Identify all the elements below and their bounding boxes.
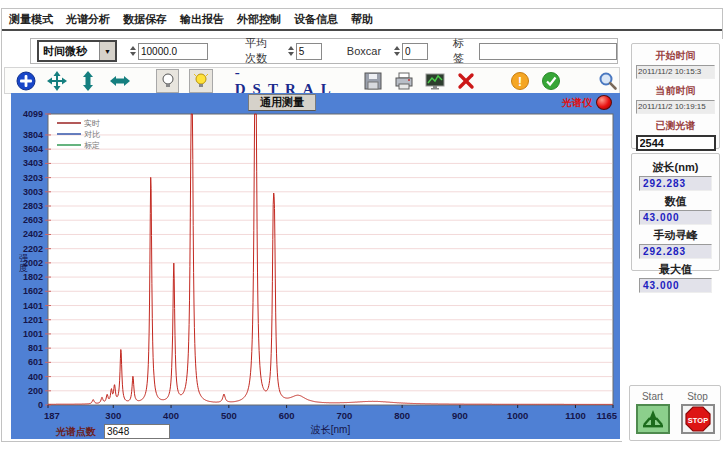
points-row: 光谱点数 (56, 424, 170, 439)
x-tick-label: 800 (394, 410, 410, 421)
menu-item-3[interactable]: 输出报告 (180, 12, 224, 27)
menu-item-2[interactable]: 数据保存 (123, 12, 167, 27)
time-info-panel: 开始时间 2011/11/2 10:15:3 当前时间 2011/11/2 10… (631, 43, 720, 149)
ok-button[interactable] (540, 70, 561, 92)
pan-icon (47, 71, 67, 91)
menu-item-1[interactable]: 光谱分析 (66, 12, 110, 27)
points-input[interactable] (104, 424, 170, 439)
y-tick-label: 2803 (23, 201, 43, 211)
current-time-value: 2011/11/2 10:19:15 (636, 100, 715, 114)
delete-button[interactable] (456, 70, 477, 92)
zoom-in-icon (16, 71, 36, 91)
average-stepper[interactable] (286, 43, 296, 59)
x-axis-title: 波长[nm] (310, 424, 351, 435)
y-axis-title-char: 度 (19, 263, 28, 273)
start-button[interactable] (636, 404, 670, 434)
tag-label: 标签 (453, 36, 468, 66)
y-tick-label: 0 (38, 400, 43, 410)
y-tick-label: 1602 (23, 286, 43, 296)
status-led-icon (596, 95, 612, 110)
search-icon (598, 71, 618, 91)
y-axis-title-char: 强 (19, 253, 28, 263)
search-button[interactable] (598, 70, 619, 92)
svg-text:STOP: STOP (687, 416, 707, 425)
chevron-down-icon[interactable]: ▼ (99, 42, 115, 60)
lamp-on-button[interactable] (189, 69, 212, 93)
x-tick-label: 1000 (507, 410, 528, 421)
x-tick-label: 500 (221, 410, 237, 421)
lamp-on-icon (192, 72, 210, 90)
vertical-scale-button[interactable] (78, 70, 99, 92)
wavelength-value: 292.283 (639, 176, 712, 191)
tab-general-measure[interactable]: 通用测量 (248, 94, 316, 111)
x-tick-label: 900 (452, 410, 468, 421)
y-tick-label: 2603 (23, 215, 43, 225)
spectrum-display-icon (425, 71, 445, 91)
x-tick-label: 187 (44, 410, 60, 421)
menu-bar: 测量模式光谱分析数据保存输出报告外部控制设备信息帮助 (2, 9, 722, 31)
svg-text:!: ! (518, 74, 522, 88)
spectrometer-status-text: 光谱仪 (562, 96, 592, 110)
integration-time-stepper[interactable] (128, 43, 138, 59)
save-icon (363, 71, 383, 91)
chart-titlebar: 通用测量 光谱仪 (11, 93, 620, 111)
spectrum-plot[interactable]: 0200400601801100112011401160218022002220… (11, 111, 620, 439)
save-button[interactable] (362, 70, 383, 92)
y-tick-label: 3804 (23, 130, 43, 140)
y-tick-label: 1802 (23, 272, 43, 282)
start-time-label: 开始时间 (656, 49, 696, 63)
acquisition-controls: 时间微秒 ▼ 平均次数 Boxcar 标签 (30, 38, 618, 64)
menu-item-6[interactable]: 帮助 (351, 12, 373, 27)
manual-peak-label: 手动寻峰 (654, 228, 698, 243)
max-value-value: 43.000 (639, 278, 712, 293)
y-tick-label: 601 (28, 357, 43, 367)
current-time-label: 当前时间 (656, 84, 696, 98)
horizontal-scale-button[interactable] (109, 70, 130, 92)
spectrum-display-button[interactable] (425, 70, 446, 92)
plot-area (48, 114, 613, 405)
points-label: 光谱点数 (56, 425, 96, 439)
print-button[interactable] (393, 70, 414, 92)
boxcar-label: Boxcar (347, 45, 381, 57)
boxcar-stepper[interactable] (392, 43, 402, 59)
menu-item-5[interactable]: 设备信息 (294, 12, 338, 27)
zoom-in-button[interactable] (15, 70, 36, 92)
value-value: 43.000 (639, 210, 712, 225)
readout-panel: 波长(nm) 292.283 数值 43.000 手动寻峰 292.283 最大… (631, 153, 720, 271)
stop-button[interactable]: STOP (681, 404, 715, 434)
horizontal-scale-icon (110, 71, 130, 91)
x-tick-label: 300 (105, 410, 121, 421)
integration-time-input[interactable] (138, 43, 208, 60)
y-tick-label: 1201 (23, 315, 43, 325)
y-tick-label: 1001 (23, 329, 43, 339)
menu-item-0[interactable]: 测量模式 (9, 12, 53, 27)
legend-label: 标定 (84, 141, 100, 150)
stop-sign-icon: STOP (684, 406, 712, 432)
warning-icon: ! (510, 71, 530, 91)
run-control-panel: Start Stop STOP (629, 385, 721, 441)
manual-peak-value: 292.283 (639, 244, 712, 259)
pan-button[interactable] (46, 70, 67, 92)
start-rocket-icon (640, 408, 666, 430)
integration-mode-select[interactable]: 时间微秒 ▼ (37, 40, 117, 62)
average-input[interactable] (296, 43, 322, 60)
y-tick-label: 3203 (23, 173, 43, 183)
x-tick-label: 700 (336, 410, 352, 421)
legend-label: 对比 (84, 130, 100, 139)
boxcar-input[interactable] (402, 43, 428, 60)
measured-spectra-input[interactable] (636, 135, 716, 151)
max-value-label: 最大值 (659, 262, 692, 277)
tag-input[interactable] (479, 43, 617, 60)
legend-label: 实时 (84, 119, 100, 128)
warning-button[interactable]: ! (509, 70, 530, 92)
menu-item-4[interactable]: 外部控制 (237, 12, 281, 27)
start-label: Start (642, 391, 663, 402)
spectrum-chart-panel: 通用测量 光谱仪 0200400601801100112011401160218… (11, 93, 620, 439)
y-tick-label: 3403 (23, 158, 43, 168)
vertical-scale-icon (78, 71, 98, 91)
x-tick-label: 600 (279, 410, 295, 421)
delete-icon (456, 71, 476, 91)
lamp-off-icon (159, 72, 177, 90)
y-tick-label: 2402 (23, 229, 43, 239)
lamp-off-button[interactable] (156, 69, 179, 93)
